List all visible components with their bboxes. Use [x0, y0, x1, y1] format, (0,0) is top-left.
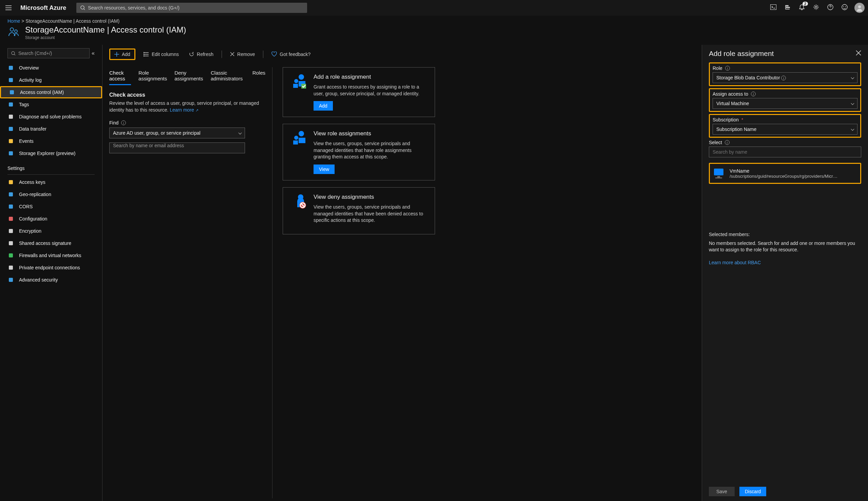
sidebar-item-overview[interactable]: Overview — [0, 62, 102, 74]
sidebar-item-configuration[interactable]: Configuration — [0, 213, 102, 225]
nav-item-icon — [8, 126, 14, 131]
sidebar-item-activity-log[interactable]: Activity log — [0, 74, 102, 86]
breadcrumb-home[interactable]: Home — [8, 18, 20, 24]
discard-button[interactable]: Discard — [739, 487, 766, 496]
feedback-button[interactable]: Got feedback? — [269, 50, 313, 58]
svg-rect-13 — [10, 90, 14, 94]
sidebar-item-data-transfer[interactable]: Data transfer — [0, 123, 102, 135]
info-icon[interactable]: i — [121, 120, 126, 125]
svg-point-2 — [815, 6, 817, 8]
sidebar-item-access-keys[interactable]: Access keys — [0, 176, 102, 188]
tab-classic-admins[interactable]: Classic administrators — [211, 67, 245, 85]
tab-check-access[interactable]: Check access — [109, 67, 131, 85]
save-button[interactable]: Save — [709, 487, 735, 496]
find-dropdown[interactable]: Azure AD user, group, or service princip… — [109, 128, 245, 138]
sidebar-item-diagnose-and-solve-problems[interactable]: Diagnose and solve problems — [0, 110, 102, 123]
tab-deny-assignments[interactable]: Deny assignments — [174, 67, 203, 85]
global-search[interactable]: Search resources, services, and docs (G+… — [76, 3, 307, 13]
chevron-down-icon — [851, 127, 855, 131]
columns-icon — [144, 52, 149, 57]
iam-page-icon — [8, 26, 20, 39]
remove-button[interactable]: Remove — [228, 50, 257, 58]
nav-item-icon — [8, 151, 14, 156]
sidebar-item-access-control-iam-[interactable]: Access control (IAM) — [0, 86, 102, 98]
nav-item-label: Shared access signature — [19, 241, 71, 246]
check-access-heading: Check access — [109, 92, 265, 98]
add-button[interactable]: Add — [109, 49, 135, 60]
none-selected-msg: No members selected. Search for and add … — [709, 240, 861, 253]
feedback-face-icon[interactable] — [841, 4, 848, 12]
svg-point-0 — [81, 6, 84, 9]
nav-item-label: CORS — [19, 204, 33, 209]
role-dropdown[interactable]: Storage Blob Data Contributor i — [712, 72, 857, 83]
sidebar-item-events[interactable]: Events — [0, 135, 102, 147]
select-search-input[interactable] — [709, 147, 861, 157]
sidebar-search[interactable]: Search (Cmd+/) — [8, 48, 89, 58]
svg-rect-14 — [9, 103, 13, 107]
sidebar-item-advanced-security[interactable]: Advanced security — [0, 274, 102, 286]
directories-icon[interactable] — [784, 4, 791, 12]
hamburger-icon — [6, 6, 12, 10]
info-icon[interactable]: i — [725, 66, 730, 71]
sidebar-item-geo-replication[interactable]: Geo-replication — [0, 188, 102, 201]
subscription-dropdown[interactable]: Subscription Name — [712, 124, 857, 135]
svg-rect-36 — [293, 140, 298, 145]
info-icon[interactable]: i — [781, 76, 786, 81]
nav-item-icon — [8, 204, 14, 209]
sidebar-item-cors[interactable]: CORS — [0, 201, 102, 213]
nav-item-icon — [8, 192, 14, 197]
nav-item-icon — [8, 216, 14, 222]
search-icon — [81, 6, 85, 10]
sidebar-item-shared-access-signature[interactable]: Shared access signature — [0, 237, 102, 249]
sidebar-item-tags[interactable]: Tags — [0, 98, 102, 110]
chevron-down-icon — [851, 76, 855, 79]
breadcrumb-tail: StorageAccountName | Access control (IAM… — [25, 18, 119, 24]
learn-more-link[interactable]: Learn more ↗ — [170, 107, 198, 113]
card-add-btn[interactable]: Add — [314, 101, 333, 110]
svg-rect-17 — [9, 139, 13, 143]
card-view-deny: View deny assignments View the users, gr… — [283, 187, 435, 234]
info-icon[interactable]: i — [725, 140, 730, 145]
close-panel-button[interactable] — [856, 50, 861, 57]
panel-title: Add role assignment — [709, 50, 774, 58]
card-title: View role assignments — [314, 130, 426, 137]
sidebar-item-storage-explorer-preview-[interactable]: Storage Explorer (preview) — [0, 147, 102, 159]
card-add-role: Add a role assignment Grant access to re… — [283, 67, 435, 117]
nav-item-label: Overview — [19, 65, 39, 71]
sidebar: Search (Cmd+/) « OverviewActivity logAcc… — [0, 45, 103, 501]
member-result[interactable]: VmName /subscriptions/guid/resourceGroup… — [709, 163, 861, 184]
tab-roles[interactable]: Roles — [253, 67, 265, 85]
card-view-btn[interactable]: View — [314, 164, 335, 174]
subscription-field: Subscription* Subscription Name — [709, 114, 861, 138]
find-search-input[interactable]: Search by name or email address — [109, 142, 245, 153]
svg-rect-16 — [9, 127, 13, 131]
svg-rect-20 — [9, 192, 13, 196]
rbac-link[interactable]: Learn more about RBAC — [709, 260, 761, 265]
notifications-icon[interactable]: 2 — [799, 4, 805, 12]
nav-item-label: Firewalls and virtual networks — [19, 253, 82, 258]
avatar[interactable] — [855, 3, 865, 13]
tab-role-assignments[interactable]: Role assignments — [138, 67, 167, 85]
svg-rect-35 — [299, 138, 305, 143]
settings-icon[interactable] — [813, 4, 819, 12]
svg-rect-42 — [715, 178, 722, 179]
help-icon[interactable] — [827, 4, 833, 12]
cloud-shell-icon[interactable] — [770, 4, 776, 11]
sidebar-item-private-endpoint-connections[interactable]: Private endpoint connections — [0, 262, 102, 274]
hamburger-menu[interactable] — [3, 6, 13, 10]
nav-item-label: Storage Explorer (preview) — [19, 151, 76, 156]
refresh-button[interactable]: Refresh — [187, 50, 215, 58]
notif-badge: 2 — [803, 2, 808, 6]
nav-item-label: Events — [19, 138, 34, 144]
assign-access-dropdown[interactable]: Virtual Machine — [712, 98, 857, 109]
edit-columns-button[interactable]: Edit columns — [141, 50, 181, 58]
plus-icon — [114, 52, 119, 57]
brand-label[interactable]: Microsoft Azure — [20, 4, 66, 12]
sidebar-item-encryption[interactable]: Encryption — [0, 225, 102, 237]
x-icon — [230, 52, 234, 56]
sidebar-collapse[interactable]: « — [92, 50, 95, 56]
nav-item-icon — [8, 265, 14, 270]
sidebar-item-firewalls-and-virtual-networks[interactable]: Firewalls and virtual networks — [0, 249, 102, 262]
info-icon[interactable]: i — [751, 92, 756, 96]
cards-column: Add a role assignment Grant access to re… — [272, 67, 435, 498]
